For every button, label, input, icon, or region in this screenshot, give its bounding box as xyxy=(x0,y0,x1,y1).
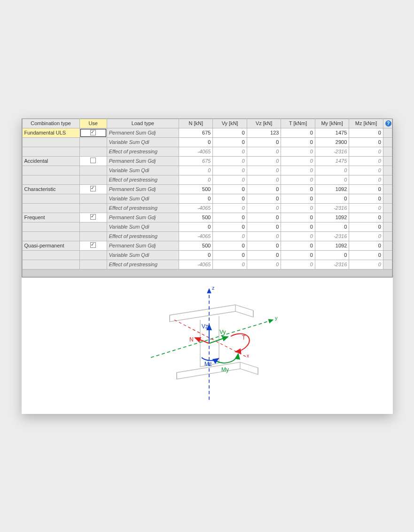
value-cell[interactable]: 0 xyxy=(247,147,281,156)
use-checkbox-cell[interactable] xyxy=(79,213,107,222)
value-cell[interactable]: -4065 xyxy=(179,203,212,213)
value-cell[interactable]: 0 xyxy=(213,231,247,241)
col-my[interactable]: My [kNm] xyxy=(315,119,349,128)
value-cell[interactable]: 0 xyxy=(213,222,247,231)
value-cell[interactable]: 0 xyxy=(315,175,349,184)
value-cell[interactable]: 0 xyxy=(281,156,315,166)
use-checkbox[interactable] xyxy=(90,186,96,191)
value-cell[interactable]: -4065 xyxy=(179,260,212,269)
value-cell[interactable]: -4065 xyxy=(179,231,212,241)
value-cell[interactable]: 500 xyxy=(179,213,212,222)
value-cell[interactable]: 0 xyxy=(281,166,315,175)
value-cell[interactable]: 500 xyxy=(179,241,212,250)
value-cell[interactable]: 0 xyxy=(281,175,315,184)
combination-label[interactable]: Characteristic xyxy=(22,184,79,194)
value-cell[interactable]: 0 xyxy=(281,260,315,269)
value-cell[interactable]: 0 xyxy=(281,241,315,250)
value-cell[interactable]: 0 xyxy=(247,203,281,213)
value-cell[interactable]: 0 xyxy=(213,194,247,203)
value-cell[interactable]: -2316 xyxy=(315,231,349,241)
value-cell[interactable]: 0 xyxy=(213,260,247,269)
value-cell[interactable]: 0 xyxy=(213,203,247,213)
value-cell[interactable]: 0 xyxy=(213,241,247,250)
value-cell[interactable]: 0 xyxy=(213,250,247,260)
value-cell[interactable]: 0 xyxy=(349,222,383,231)
use-checkbox-cell[interactable] xyxy=(79,241,107,250)
use-checkbox[interactable] xyxy=(90,158,96,163)
value-cell[interactable]: 0 xyxy=(213,166,247,175)
use-checkbox-cell[interactable] xyxy=(79,184,107,194)
value-cell[interactable]: 0 xyxy=(213,213,247,222)
value-cell[interactable]: 0 xyxy=(349,147,383,156)
col-vy[interactable]: Vy [kN] xyxy=(213,119,247,128)
value-cell[interactable]: 0 xyxy=(349,166,383,175)
value-cell[interactable]: 0 xyxy=(315,250,349,260)
value-cell[interactable]: 0 xyxy=(247,222,281,231)
value-cell[interactable]: 0 xyxy=(349,250,383,260)
value-cell[interactable]: 0 xyxy=(179,166,212,175)
col-combination[interactable]: Combination type xyxy=(22,119,79,128)
value-cell[interactable]: 0 xyxy=(281,184,315,194)
value-cell[interactable]: 1475 xyxy=(315,156,349,166)
value-cell[interactable]: 0 xyxy=(247,175,281,184)
value-cell[interactable]: 0 xyxy=(179,137,212,147)
value-cell[interactable]: 0 xyxy=(213,137,247,147)
value-cell[interactable]: 123 xyxy=(247,128,281,137)
value-cell[interactable]: 0 xyxy=(213,175,247,184)
col-loadtype[interactable]: Load type xyxy=(107,119,179,128)
col-use[interactable]: Use xyxy=(79,119,107,128)
value-cell[interactable]: 0 xyxy=(315,194,349,203)
value-cell[interactable]: 0 xyxy=(349,203,383,213)
value-cell[interactable]: 0 xyxy=(213,184,247,194)
combination-label[interactable]: Quasi-permanent xyxy=(22,241,79,250)
value-cell[interactable]: 675 xyxy=(179,128,212,137)
value-cell[interactable]: 0 xyxy=(247,184,281,194)
value-cell[interactable]: 1092 xyxy=(315,184,349,194)
value-cell[interactable]: 0 xyxy=(315,166,349,175)
use-checkbox[interactable] xyxy=(90,242,96,248)
value-cell[interactable]: 1092 xyxy=(315,241,349,250)
value-cell[interactable]: 0 xyxy=(247,250,281,260)
value-cell[interactable]: -2316 xyxy=(315,147,349,156)
use-checkbox-cell[interactable] xyxy=(79,128,107,137)
combination-label[interactable]: Fundamental ULS xyxy=(22,128,79,137)
value-cell[interactable]: 0 xyxy=(179,222,212,231)
value-cell[interactable]: 0 xyxy=(315,222,349,231)
value-cell[interactable]: 0 xyxy=(349,231,383,241)
value-cell[interactable]: 0 xyxy=(179,194,212,203)
value-cell[interactable]: 0 xyxy=(247,156,281,166)
value-cell[interactable]: 0 xyxy=(349,156,383,166)
value-cell[interactable]: 0 xyxy=(281,213,315,222)
value-cell[interactable]: 0 xyxy=(247,231,281,241)
value-cell[interactable]: 0 xyxy=(247,194,281,203)
use-checkbox[interactable] xyxy=(90,214,96,220)
value-cell[interactable]: 0 xyxy=(349,213,383,222)
value-cell[interactable]: 1475 xyxy=(315,128,349,137)
col-vz[interactable]: Vz [kN] xyxy=(247,119,281,128)
value-cell[interactable]: 0 xyxy=(349,175,383,184)
help-icon[interactable]: ? xyxy=(385,120,391,127)
use-checkbox-cell[interactable] xyxy=(79,156,107,166)
value-cell[interactable]: 0 xyxy=(349,194,383,203)
col-t[interactable]: T [kNm] xyxy=(281,119,315,128)
col-n[interactable]: N [kN] xyxy=(179,119,212,128)
value-cell[interactable]: 0 xyxy=(247,260,281,269)
value-cell[interactable]: 0 xyxy=(247,213,281,222)
value-cell[interactable]: 0 xyxy=(281,194,315,203)
value-cell[interactable]: -2316 xyxy=(315,260,349,269)
value-cell[interactable]: 2900 xyxy=(315,137,349,147)
value-cell[interactable]: 1092 xyxy=(315,213,349,222)
value-cell[interactable]: 0 xyxy=(349,137,383,147)
value-cell[interactable]: 0 xyxy=(247,166,281,175)
value-cell[interactable]: 0 xyxy=(281,231,315,241)
value-cell[interactable]: 0 xyxy=(213,147,247,156)
col-mz[interactable]: Mz [kNm] xyxy=(349,119,383,128)
value-cell[interactable]: 0 xyxy=(281,137,315,147)
value-cell[interactable]: 675 xyxy=(179,156,212,166)
combination-label[interactable]: Frequent xyxy=(22,213,79,222)
value-cell[interactable]: 0 xyxy=(281,128,315,137)
value-cell[interactable]: 0 xyxy=(281,222,315,231)
value-cell[interactable]: 0 xyxy=(281,203,315,213)
value-cell[interactable]: 0 xyxy=(349,260,383,269)
value-cell[interactable]: 0 xyxy=(213,128,247,137)
